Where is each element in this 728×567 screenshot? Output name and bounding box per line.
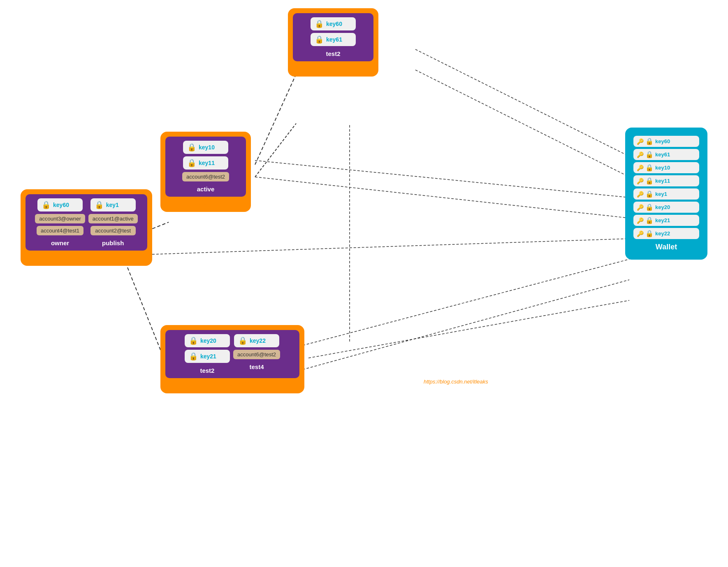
active-label: active (197, 186, 215, 193)
key20-item: 🔒 key20 (185, 334, 230, 347)
lock-icon-key21: 🔒 (189, 352, 198, 361)
wallet-key11: 🔑 🔒 key11 (633, 175, 699, 186)
wallet-key22: 🔑 🔒 key22 (633, 228, 699, 239)
key-icon-w11: 🔑 (637, 178, 644, 184)
key10-item: 🔒 key10 (183, 141, 228, 154)
lock-icon-w11: 🔒 (645, 177, 654, 185)
key61-item: 🔒 key61 (311, 33, 356, 46)
lock-icon-w21: 🔒 (645, 216, 654, 224)
wallet-key20: 🔑 🔒 key20 (633, 202, 699, 213)
key-icon-w20: 🔑 (637, 204, 644, 211)
wallet-key20-label: key20 (655, 204, 670, 210)
account6-title: Account6 (293, 63, 373, 72)
account6-inner: 🔒 key60 🔒 key61 test2 (293, 13, 373, 61)
key-icon-w10: 🔑 (637, 165, 644, 171)
account2-title: Account2 (165, 380, 299, 388)
key60-label: key60 (326, 21, 342, 27)
lock-icon-w20: 🔒 (645, 203, 654, 211)
test2-column: 🔒 key20 🔒 key21 test2 (185, 334, 230, 374)
key2-item: 🔒 key60 (37, 198, 83, 211)
test2-label-a2: test2 (200, 367, 214, 374)
key-icon-w60: 🔑 (637, 138, 644, 145)
wallet-key60: 🔑 🔒 key60 (633, 136, 699, 147)
publish-label: publish (102, 239, 124, 246)
lock-icon-key11: 🔒 (187, 158, 196, 167)
lock-icon-w22: 🔒 (645, 230, 654, 237)
wallet-key10-label: key10 (655, 165, 670, 171)
key61-label: key61 (326, 36, 342, 43)
key-icon-w1: 🔑 (637, 191, 644, 198)
lock-icon-w10: 🔒 (645, 164, 654, 172)
svg-line-3 (255, 123, 296, 177)
key1-label: key1 (106, 202, 119, 208)
test4-label: test4 (249, 363, 264, 370)
svg-line-2 (255, 74, 296, 165)
wallet-key10: 🔑 🔒 key10 (633, 162, 699, 173)
account-main-columns: 🔒 key60 account3@owner account4@test1 ow… (35, 198, 137, 246)
wallet-key21: 🔑 🔒 key21 (633, 215, 699, 226)
lock-icon-key22: 🔒 (238, 336, 247, 345)
lock-icon-key10: 🔒 (187, 143, 196, 152)
lock-icon-key61: 🔒 (315, 35, 324, 44)
owner-label: owner (51, 239, 69, 246)
key21-item: 🔒 key21 (185, 350, 230, 363)
lock-icon-w60: 🔒 (645, 137, 654, 145)
lock-icon-2: 🔒 (95, 200, 104, 209)
wallet-key61-label: key61 (655, 151, 670, 158)
svg-line-7 (255, 177, 629, 218)
account6-test2-perm-2: account6@test2 (233, 350, 280, 359)
key20-label: key20 (200, 337, 216, 344)
wallet-inner: 🔑 🔒 key60 🔑 🔒 key61 🔑 🔒 key10 🔑 🔒 key11 (630, 132, 702, 255)
key-icon-w61: 🔑 (637, 151, 644, 158)
account1-active-perm: account1@active (88, 214, 138, 223)
key1-item: 🔒 key1 (90, 198, 136, 211)
lock-icon: 🔒 (42, 200, 51, 209)
wallet-key11-label: key11 (655, 178, 670, 184)
account3-owner-perm: account3@owner (35, 214, 85, 223)
svg-line-11 (308, 300, 629, 358)
account1-title: Account1 (165, 198, 246, 207)
blog-link[interactable]: https://blog.csdn.net/itleaks (424, 379, 488, 385)
key10-label: key10 (199, 144, 215, 151)
account1-inner: 🔒 key10 🔒 key11 account6@test2 active (165, 137, 246, 197)
account2-inner: 🔒 key20 🔒 key21 test2 🔒 key22 accou (165, 330, 299, 378)
svg-line-5 (415, 70, 629, 177)
account4-test1-perm: account4@test1 (37, 226, 83, 235)
lock-icon-key20: 🔒 (189, 336, 198, 345)
account-main-inner: 🔒 key60 account3@owner account4@test1 ow… (26, 194, 147, 251)
account2-test-perm: account2@test (90, 226, 136, 235)
key2-label: key60 (53, 202, 69, 208)
account-main-title: Account (26, 252, 147, 261)
wallet-box: 🔑 🔒 key60 🔑 🔒 key61 🔑 🔒 key10 🔑 🔒 key11 (625, 128, 707, 260)
wallet-key22-label: key22 (655, 230, 670, 237)
wallet-key61: 🔑 🔒 key61 (633, 149, 699, 160)
key-icon-w22: 🔑 (637, 230, 644, 237)
publish-column: 🔒 key1 account1@active account2@test pub… (88, 198, 138, 246)
test4-column: 🔒 key22 account6@test2 test4 (233, 334, 280, 374)
lock-icon-key60: 🔒 (315, 19, 324, 28)
lock-icon-w1: 🔒 (645, 190, 654, 198)
svg-line-8 (128, 239, 629, 255)
account6-box: 🔒 key60 🔒 key61 test2 Account6 (288, 8, 378, 77)
key11-item: 🔒 key11 (183, 156, 228, 170)
svg-line-6 (255, 160, 629, 198)
lock-icon-w61: 🔒 (645, 151, 654, 158)
owner-column: 🔒 key60 account3@owner account4@test1 ow… (35, 198, 85, 246)
key11-label: key11 (199, 160, 215, 166)
key-icon-w21: 🔑 (637, 217, 644, 224)
wallet-key21-label: key21 (655, 217, 670, 223)
key21-label: key21 (200, 353, 216, 360)
wallet-title: Wallet (633, 243, 699, 251)
svg-line-9 (255, 259, 629, 358)
account2-columns: 🔒 key20 🔒 key21 test2 🔒 key22 accou (185, 334, 280, 374)
account-main-box: 🔒 key60 account3@owner account4@test1 ow… (21, 189, 152, 266)
key60-item: 🔒 key60 (311, 17, 356, 30)
wallet-key1: 🔑 🔒 key1 (633, 188, 699, 200)
account1-box: 🔒 key10 🔒 key11 account6@test2 active Ac… (160, 132, 251, 212)
key22-label: key22 (250, 337, 266, 344)
key22-item: 🔒 key22 (234, 334, 279, 347)
account6-test2-perm: account6@test2 (182, 172, 229, 181)
wallet-key60-label: key60 (655, 138, 670, 144)
test2-label-a6: test2 (326, 50, 340, 57)
svg-line-10 (255, 280, 629, 383)
